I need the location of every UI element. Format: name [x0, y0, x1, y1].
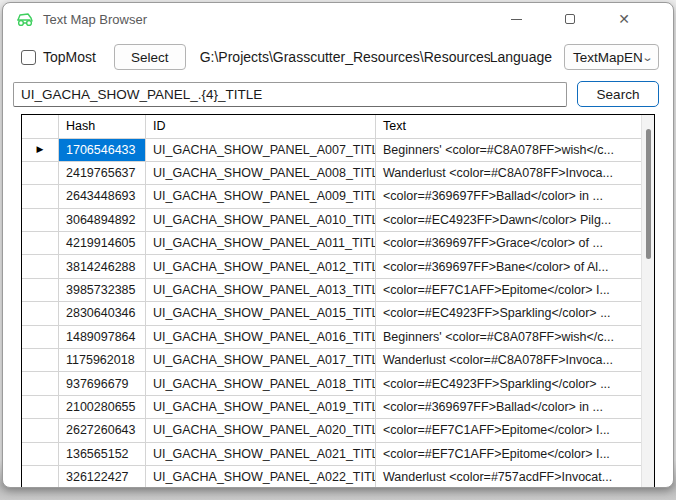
cell-hash[interactable]: 4219914605 [59, 232, 146, 255]
cell-text[interactable]: <color=#EF7C1AFF>Epitome</color> I... [376, 279, 654, 302]
cell-hash[interactable]: 136565152 [59, 443, 146, 466]
row-pointer[interactable] [22, 185, 59, 208]
table-row[interactable]: 3985732385 UI_GACHA_SHOW_PANEL_A013_TITL… [22, 279, 654, 302]
cell-hash[interactable]: 1489097864 [59, 326, 146, 349]
close-icon: ✕ [618, 12, 630, 26]
cell-id[interactable]: UI_GACHA_SHOW_PANEL_A015_TITLE [146, 302, 376, 325]
cell-text[interactable]: <color=#369697FF>Bane</color> of Al... [376, 255, 654, 278]
search-row: Search [3, 81, 673, 107]
titlebar[interactable]: Text Map Browser ✕ [3, 3, 673, 35]
cell-text[interactable]: Beginners' <color=#C8A078FF>wish</c... [376, 326, 654, 349]
row-pointer[interactable] [22, 162, 59, 185]
scrollbar-thumb[interactable] [646, 129, 651, 259]
cell-id[interactable]: UI_GACHA_SHOW_PANEL_A020_TITLE [146, 419, 376, 442]
row-pointer[interactable] [22, 419, 59, 442]
close-button[interactable]: ✕ [597, 3, 651, 35]
cell-hash[interactable]: 326122427 [59, 466, 146, 488]
grid-body: ▶ 1706546433 UI_GACHA_SHOW_PANEL_A007_TI… [22, 139, 654, 489]
table-row[interactable]: 4219914605 UI_GACHA_SHOW_PANEL_A011_TITL… [22, 232, 654, 255]
cell-text[interactable]: <color=#369697FF>Grace</color> of ... [376, 232, 654, 255]
cell-id[interactable]: UI_GACHA_SHOW_PANEL_A022_TITLE [146, 466, 376, 488]
search-input[interactable] [13, 82, 567, 107]
row-pointer[interactable] [22, 466, 59, 488]
vertical-scrollbar[interactable] [641, 115, 654, 488]
cell-id[interactable]: UI_GACHA_SHOW_PANEL_A018_TITLE [146, 372, 376, 395]
table-row[interactable]: 3814246288 UI_GACHA_SHOW_PANEL_A012_TITL… [22, 255, 654, 278]
table-row[interactable]: 2627260643 UI_GACHA_SHOW_PANEL_A020_TITL… [22, 419, 654, 442]
row-pointer[interactable] [22, 232, 59, 255]
cell-text[interactable]: Wanderlust <color=#C8A078FF>Invoca... [376, 349, 654, 372]
cell-id[interactable]: UI_GACHA_SHOW_PANEL_A013_TITLE [146, 279, 376, 302]
cell-hash[interactable]: 2643448693 [59, 185, 146, 208]
cell-text[interactable]: <color=#369697FF>Ballad</color> in ... [376, 185, 654, 208]
cell-hash[interactable]: 2830640346 [59, 302, 146, 325]
topmost-checkbox[interactable] [21, 50, 36, 65]
row-pointer[interactable] [22, 396, 59, 419]
cell-hash[interactable]: 2100280655 [59, 396, 146, 419]
cell-id[interactable]: UI_GACHA_SHOW_PANEL_A008_TITLE [146, 162, 376, 185]
cell-hash[interactable]: 937696679 [59, 372, 146, 395]
cell-hash[interactable]: 1706546433 [59, 139, 146, 162]
cell-hash[interactable]: 1175962018 [59, 349, 146, 372]
column-header-id[interactable]: ID [146, 115, 376, 139]
row-pointer[interactable] [22, 326, 59, 349]
cell-id[interactable]: UI_GACHA_SHOW_PANEL_A012_TITLE [146, 255, 376, 278]
cell-text[interactable]: <color=#EF7C1AFF>Epitome</color> I... [376, 443, 654, 466]
table-row[interactable]: 136565152 UI_GACHA_SHOW_PANEL_A021_TITLE… [22, 443, 654, 466]
grid-header-row: Hash ID Text [22, 115, 654, 139]
row-pointer[interactable] [22, 372, 59, 395]
table-row[interactable]: 1175962018 UI_GACHA_SHOW_PANEL_A017_TITL… [22, 349, 654, 372]
cell-id[interactable]: UI_GACHA_SHOW_PANEL_A011_TITLE [146, 232, 376, 255]
table-row[interactable]: 1489097864 UI_GACHA_SHOW_PANEL_A016_TITL… [22, 326, 654, 349]
cell-text[interactable]: <color=#369697FF>Ballad</color> in ... [376, 396, 654, 419]
column-header-text[interactable]: Text [376, 115, 641, 139]
row-pointer[interactable]: ▶ [22, 139, 59, 162]
cell-text[interactable]: <color=#EF7C1AFF>Epitome</color> I... [376, 419, 654, 442]
cell-id[interactable]: UI_GACHA_SHOW_PANEL_A016_TITLE [146, 326, 376, 349]
row-pointer[interactable] [22, 279, 59, 302]
minimize-button[interactable] [489, 3, 543, 35]
cell-id[interactable]: UI_GACHA_SHOW_PANEL_A017_TITLE [146, 349, 376, 372]
cell-id[interactable]: UI_GACHA_SHOW_PANEL_A021_TITLE [146, 443, 376, 466]
cell-hash[interactable]: 3814246288 [59, 255, 146, 278]
table-row[interactable]: 2830640346 UI_GACHA_SHOW_PANEL_A015_TITL… [22, 302, 654, 325]
cell-id[interactable]: UI_GACHA_SHOW_PANEL_A007_TITLE [146, 139, 376, 162]
cell-hash[interactable]: 2419765637 [59, 162, 146, 185]
cell-text[interactable]: <color=#EC4923FF>Sparkling</color> ... [376, 302, 654, 325]
cell-id[interactable]: UI_GACHA_SHOW_PANEL_A009_TITLE [146, 185, 376, 208]
maximize-icon [565, 14, 575, 24]
language-value: TextMapEN [573, 50, 643, 65]
row-pointer[interactable] [22, 209, 59, 232]
column-header-hash[interactable]: Hash [59, 115, 146, 139]
table-row[interactable]: 2643448693 UI_GACHA_SHOW_PANEL_A009_TITL… [22, 185, 654, 208]
cell-hash[interactable]: 3064894892 [59, 209, 146, 232]
row-pointer[interactable] [22, 349, 59, 372]
cell-text[interactable]: Wanderlust <color=#757acdFF>Invocat... [376, 466, 654, 488]
window-controls: ✕ [489, 3, 673, 35]
table-row[interactable]: 3064894892 UI_GACHA_SHOW_PANEL_A010_TITL… [22, 209, 654, 232]
app-window: Text Map Browser ✕ TopMost Select G:\Pro… [2, 2, 674, 488]
cell-id[interactable]: UI_GACHA_SHOW_PANEL_A010_TITLE [146, 209, 376, 232]
table-row[interactable]: 2100280655 UI_GACHA_SHOW_PANEL_A019_TITL… [22, 396, 654, 419]
grasscutter-app-icon [15, 10, 35, 28]
cell-hash[interactable]: 3985732385 [59, 279, 146, 302]
minimize-icon [511, 19, 522, 20]
language-dropdown[interactable]: TextMapEN ⌄ [564, 44, 659, 70]
table-row[interactable]: ▶ 1706546433 UI_GACHA_SHOW_PANEL_A007_TI… [22, 139, 654, 162]
cell-text[interactable]: Beginners' <color=#C8A078FF>wish</c... [376, 139, 654, 162]
cell-id[interactable]: UI_GACHA_SHOW_PANEL_A019_TITLE [146, 396, 376, 419]
search-button[interactable]: Search [577, 81, 659, 107]
table-row[interactable]: 326122427 UI_GACHA_SHOW_PANEL_A022_TITLE… [22, 466, 654, 488]
cell-text[interactable]: <color=#EC4923FF>Sparkling</color> ... [376, 372, 654, 395]
row-selector-header [22, 115, 59, 139]
row-pointer[interactable] [22, 302, 59, 325]
table-row[interactable]: 2419765637 UI_GACHA_SHOW_PANEL_A008_TITL… [22, 162, 654, 185]
select-button[interactable]: Select [114, 44, 186, 70]
cell-text[interactable]: Wanderlust <color=#C8A078FF>Invoca... [376, 162, 654, 185]
cell-text[interactable]: <color=#EC4923FF>Dawn</color> Pilg... [376, 209, 654, 232]
cell-hash[interactable]: 2627260643 [59, 419, 146, 442]
maximize-button[interactable] [543, 3, 597, 35]
table-row[interactable]: 937696679 UI_GACHA_SHOW_PANEL_A018_TITLE… [22, 372, 654, 395]
row-pointer[interactable] [22, 443, 59, 466]
row-pointer[interactable] [22, 255, 59, 278]
